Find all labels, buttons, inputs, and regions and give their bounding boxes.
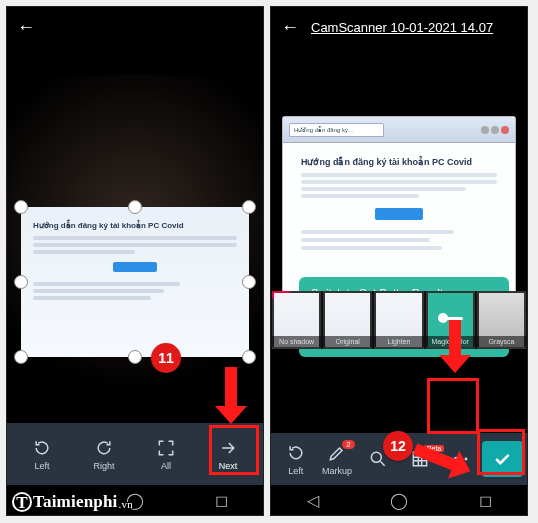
confirm-button[interactable] bbox=[482, 441, 523, 477]
watermark: TTaimienphi.vn bbox=[12, 492, 133, 513]
phone-filter-screen: ← CamScanner 10-01-2021 14.07 Hướng dẫn … bbox=[270, 6, 528, 516]
rotate-left-label-r: Left bbox=[288, 466, 303, 476]
nav-back-icon[interactable]: ◁ bbox=[307, 491, 319, 510]
browser-chrome: Hướng dẫn đăng ký… bbox=[283, 117, 515, 143]
crop-viewport[interactable]: Hướng dẫn đăng ký tài khoản PC Covid bbox=[7, 47, 263, 423]
crop-handle-ml[interactable] bbox=[14, 275, 28, 289]
beta-badge-toolbar: Beta bbox=[424, 445, 444, 452]
android-navbar-right: ◁ ◯ ◻ bbox=[271, 485, 527, 515]
grid-icon bbox=[410, 449, 430, 469]
filter-magic-color[interactable]: Magic Color bbox=[426, 291, 475, 349]
more-button[interactable] bbox=[440, 449, 481, 469]
document-preview: Hướng dẫn đăng ký tài khoản PC Covid bbox=[21, 207, 249, 317]
crop-selection[interactable]: Hướng dẫn đăng ký tài khoản PC Covid bbox=[21, 207, 249, 357]
arrow-right-icon bbox=[218, 438, 238, 458]
crop-handle-tl[interactable] bbox=[14, 200, 28, 214]
annotation-badge-12-text: 12 bbox=[390, 438, 406, 454]
document-body bbox=[33, 236, 237, 254]
appbar-left: ← bbox=[7, 7, 263, 47]
watermark-tld: .vn bbox=[119, 498, 133, 510]
annotation-badge-11-text: 11 bbox=[158, 350, 174, 366]
document-button-graphic bbox=[113, 262, 157, 272]
expand-icon bbox=[156, 438, 176, 458]
next-label: Next bbox=[219, 461, 238, 471]
rotate-right-button[interactable]: Right bbox=[82, 438, 126, 471]
filter-strip[interactable]: Beta No shadow Original Lighten Magic Co… bbox=[271, 291, 527, 349]
filter-lighten[interactable]: Lighten bbox=[374, 291, 423, 349]
rotate-right-label: Right bbox=[93, 461, 114, 471]
crop-handle-mt[interactable] bbox=[128, 200, 142, 214]
markup-button[interactable]: Markup 2 bbox=[316, 443, 357, 476]
select-all-button[interactable]: All bbox=[144, 438, 188, 471]
watermark-brand: Taimienphi bbox=[33, 492, 118, 511]
crop-toolbar: Left Right All Next bbox=[7, 423, 263, 485]
browser-tab: Hướng dẫn đăng ký… bbox=[289, 123, 384, 137]
rotate-right-icon bbox=[94, 438, 114, 458]
back-icon[interactable]: ← bbox=[281, 17, 299, 38]
filter-label-no-shadow: No shadow bbox=[272, 336, 321, 347]
document-body2 bbox=[33, 282, 237, 300]
watermark-circle-t: T bbox=[12, 492, 32, 512]
svg-point-3 bbox=[465, 458, 468, 461]
svg-point-1 bbox=[455, 458, 458, 461]
doc-paragraph bbox=[301, 173, 497, 198]
next-button[interactable]: Next bbox=[206, 432, 250, 476]
filter-label-magic: Magic Color bbox=[426, 336, 475, 347]
filter-label-original: Original bbox=[323, 336, 372, 347]
svg-point-2 bbox=[460, 458, 463, 461]
crop-handle-bl[interactable] bbox=[14, 350, 28, 364]
annotation-badge-12: 12 bbox=[383, 431, 413, 461]
rotate-left-icon bbox=[32, 438, 52, 458]
filter-label-lighten: Lighten bbox=[374, 336, 423, 347]
appbar-right: ← CamScanner 10-01-2021 14.07 bbox=[271, 7, 527, 47]
back-icon[interactable]: ← bbox=[17, 17, 35, 38]
doc-bullets bbox=[301, 230, 497, 250]
doc-cta-graphic bbox=[375, 208, 423, 220]
nav-recent-icon[interactable]: ◻ bbox=[479, 491, 492, 510]
crop-handle-mr[interactable] bbox=[242, 275, 256, 289]
phone-crop-screen: ← Hướng dẫn đăng ký tài khoản PC Covid bbox=[6, 6, 264, 516]
rotate-left-label: Left bbox=[34, 461, 49, 471]
select-all-label: All bbox=[161, 461, 171, 471]
markup-badge: 2 bbox=[342, 440, 354, 449]
annotation-box-filter bbox=[427, 378, 479, 434]
nav-recent-icon[interactable]: ◻ bbox=[215, 491, 228, 510]
doc-heading: Hướng dẫn đăng ký tài khoản PC Covid bbox=[301, 157, 497, 167]
filter-grayscale[interactable]: Graysca bbox=[477, 291, 526, 349]
filter-label-gray: Graysca bbox=[477, 336, 526, 347]
filter-original[interactable]: Original bbox=[323, 291, 372, 349]
filter-viewport: Hướng dẫn đăng ký… Hướng dẫn đăng ký tài… bbox=[271, 47, 527, 433]
crop-handle-mb[interactable] bbox=[128, 350, 142, 364]
check-icon bbox=[492, 449, 512, 469]
document-filename[interactable]: CamScanner 10-01-2021 14.07 bbox=[311, 20, 493, 35]
window-controls bbox=[481, 126, 509, 134]
rotate-left-button[interactable]: Left bbox=[20, 438, 64, 471]
svg-point-0 bbox=[372, 452, 382, 462]
annotation-badge-11: 11 bbox=[151, 343, 181, 373]
crop-handle-tr[interactable] bbox=[242, 200, 256, 214]
nav-home-icon[interactable]: ◯ bbox=[390, 491, 408, 510]
rotate-left-button[interactable]: Left bbox=[275, 443, 316, 476]
crop-handle-br[interactable] bbox=[242, 350, 256, 364]
more-icon bbox=[451, 449, 471, 469]
filter-no-shadow[interactable]: Beta No shadow bbox=[272, 291, 321, 349]
markup-label: Markup bbox=[322, 466, 352, 476]
rotate-left-icon bbox=[286, 443, 306, 463]
document-title: Hướng dẫn đăng ký tài khoản PC Covid bbox=[33, 221, 237, 230]
